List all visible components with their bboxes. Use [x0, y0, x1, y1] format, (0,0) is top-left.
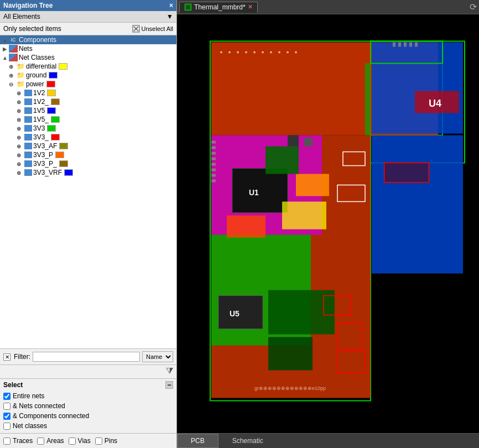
expand-nets[interactable]: ▶ — [1, 45, 9, 53]
expand-components[interactable]: ▲ — [1, 36, 9, 44]
expand-ground[interactable]: ⊕ — [9, 72, 17, 79]
expand-netclasses[interactable]: ▲ — [1, 54, 9, 61]
ground-label: ground — [26, 71, 46, 79]
areas-checkbox[interactable] — [37, 437, 44, 445]
differential-label: differential — [26, 62, 56, 70]
unselect-all-icon — [132, 25, 140, 33]
ground-color — [49, 72, 58, 79]
1v2-label: 1V2 — [33, 89, 45, 97]
svg-rect-18 — [296, 174, 329, 196]
expand-3v3_p[interactable]: ⊕ — [17, 152, 24, 158]
filter-funnel-icon[interactable]: ⧩ — [166, 366, 173, 376]
tree-item-1v2[interactable]: ⊕ 1V2 — [0, 88, 176, 97]
tree-item-components[interactable]: ▲ IC Components — [0, 35, 176, 44]
nav-close-icon[interactable]: × — [169, 2, 173, 9]
svg-rect-26 — [218, 296, 263, 329]
expand-3v3_p_[interactable]: ⊕ — [17, 161, 24, 167]
net-classes-checkbox[interactable] — [3, 423, 11, 430]
svg-rect-20 — [227, 216, 265, 238]
3v3p_-color — [59, 160, 68, 167]
components-connected-checkbox[interactable] — [3, 413, 11, 420]
tree-item-power[interactable]: ⊖ 📁 power — [0, 80, 176, 88]
bottom-checkboxes: Traces Areas Vias Pins — [0, 434, 176, 448]
tree-item-differential[interactable]: ⊕ 📁 differential — [0, 62, 176, 71]
expand-1v2[interactable]: ⊕ — [17, 90, 24, 96]
expand-1v5_[interactable]: ⊕ — [17, 117, 24, 123]
tree-item-nets[interactable]: ▶ Nets — [0, 44, 176, 53]
expand-3v3_vrf[interactable]: ⊕ — [17, 170, 24, 176]
pins-checkbox[interactable] — [95, 437, 102, 445]
expand-power[interactable]: ⊖ — [9, 81, 17, 87]
expand-3v3_af[interactable]: ⊕ — [17, 143, 24, 149]
tree-item-netclasses[interactable]: ▲ Net Classes — [0, 53, 176, 62]
svg-rect-57 — [365, 64, 371, 136]
expand-differential[interactable]: ⊕ — [9, 64, 17, 70]
filter-input[interactable] — [33, 352, 140, 362]
tree-item-1v5_[interactable]: ⊕ 1V5_ — [0, 115, 176, 124]
svg-rect-44 — [211, 141, 216, 144]
expand-3v3_[interactable]: ⊕ — [17, 134, 24, 140]
tree-item-3v3_[interactable]: ⊕ 3V3_ — [0, 133, 176, 142]
svg-rect-54 — [404, 43, 407, 47]
expand-1v2_[interactable]: ⊕ — [17, 99, 24, 105]
net-classes-label: Net classes — [13, 422, 47, 430]
sync-icon[interactable]: ⟳ — [470, 2, 477, 12]
tree-item-3v3_p_[interactable]: ⊕ 3V3_P_ — [0, 159, 176, 168]
svg-point-38 — [253, 51, 256, 54]
3v3af-color — [59, 143, 68, 149]
all-elements-row[interactable]: All Elements ▼ — [0, 11, 176, 23]
nets-icon — [9, 45, 18, 53]
tree-item-3v3_af[interactable]: ⊕ 3V3_AF — [0, 142, 176, 150]
pcb-canvas[interactable]: U4 U1 — [177, 14, 479, 433]
power-label: power — [26, 80, 44, 88]
nets-connected-row: & Nets connected — [3, 401, 173, 411]
tree-item-3v3_vrf[interactable]: ⊕ 3V3_VRF — [0, 168, 176, 177]
nav-title: Navigation Tree — [3, 2, 53, 9]
pcb-tab[interactable]: Thermal_mmbrd* ✕ — [179, 2, 258, 13]
filter-checkbox[interactable] — [3, 353, 11, 361]
pins-row: Pins — [95, 436, 117, 446]
expand-3v3[interactable]: ⊕ — [17, 126, 24, 132]
filter-name-select[interactable]: Name — [142, 351, 173, 362]
3v3_af-label: 3V3_AF — [33, 142, 57, 150]
net-classes-row: Net classes — [3, 421, 173, 431]
navigation-tree: ▲ IC Components ▶ Nets ▲ Net Classes ⊕ 📁 — [0, 35, 176, 349]
3v3-color — [47, 125, 56, 132]
expand-1v5[interactable]: ⊕ — [17, 108, 24, 114]
entire-nets-checkbox[interactable] — [3, 393, 11, 400]
areas-row: Areas — [37, 436, 64, 446]
1v5_-color — [51, 116, 60, 123]
unselect-all-button[interactable]: Unselect All — [132, 25, 173, 33]
pcb-bottom-tab[interactable]: PCB — [177, 434, 218, 448]
tree-item-3v3[interactable]: ⊕ 3V3 — [0, 124, 176, 133]
nav-title-bar: Navigation Tree × — [0, 0, 176, 11]
tree-item-ground[interactable]: ⊕ 📁 ground — [0, 71, 176, 80]
areas-label: Areas — [46, 437, 64, 445]
pcb-tab-label: Thermal_mmbrd* — [194, 3, 246, 11]
svg-rect-45 — [211, 147, 216, 149]
svg-rect-9 — [372, 43, 463, 134]
select-collapse-button[interactable]: − — [165, 381, 173, 389]
svg-point-43 — [295, 51, 297, 54]
components-connected-row: & Components connected — [3, 411, 173, 421]
nets-connected-checkbox[interactable] — [3, 403, 11, 410]
3v3_-color — [51, 134, 60, 140]
vias-checkbox[interactable] — [69, 437, 76, 445]
traces-checkbox[interactable] — [3, 437, 11, 445]
svg-rect-21 — [265, 147, 299, 174]
filter-row: Only selected items Unselect All — [0, 23, 176, 35]
components-icon: IC — [9, 36, 18, 44]
entire-nets-label: Entire nets — [13, 392, 44, 400]
svg-rect-50 — [211, 174, 216, 177]
close-pcb-tab-button[interactable]: ✕ — [248, 3, 253, 11]
1v5-net-icon — [24, 107, 32, 114]
pcb-bottom-tab-label: PCB — [191, 437, 205, 445]
tree-item-1v5[interactable]: ⊕ 1V5 — [0, 106, 176, 115]
traces-label: Traces — [13, 437, 33, 445]
tree-item-3v3_p[interactable]: ⊕ 3V3_P — [0, 150, 176, 159]
all-elements-dropdown-icon[interactable]: ▼ — [166, 13, 173, 20]
3v3_p_-label: 3V3_P_ — [33, 160, 57, 168]
tree-item-1v2_[interactable]: ⊕ 1V2_ — [0, 97, 176, 106]
schematic-bottom-tab[interactable]: Schematic — [218, 434, 277, 448]
svg-rect-46 — [211, 152, 216, 155]
